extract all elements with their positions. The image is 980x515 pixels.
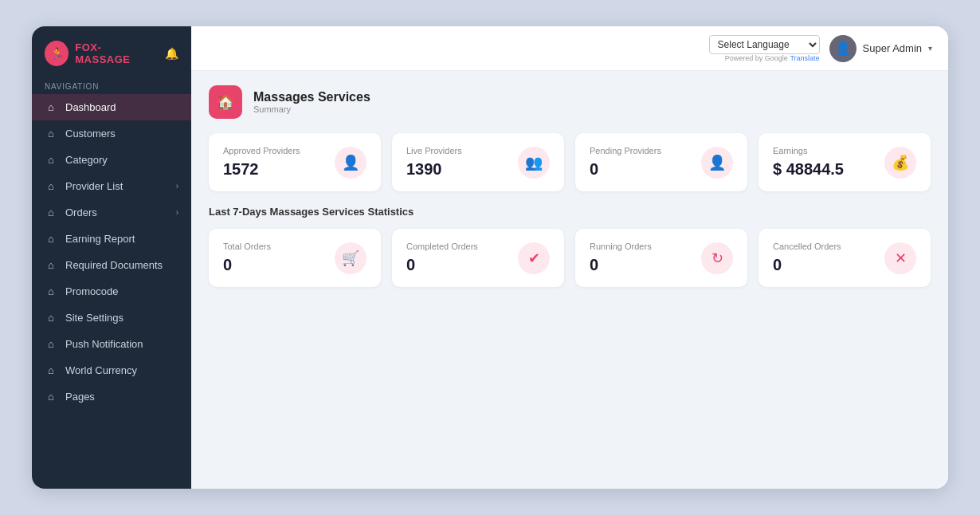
order-card-running-orders: Running Orders 0 ↻ [575, 229, 747, 287]
stat-card-live-providers: Live Providers 1390 👥 [392, 133, 564, 191]
stat-icon-approved-providers: 👤 [335, 147, 367, 179]
order-stats-grid: Total Orders 0 🛒 Completed Orders 0 ✔ Ru… [209, 229, 931, 287]
sidebar-logo: 🏃 FOX-MASSAGE 🔔 [32, 26, 191, 77]
page-header-icon: 🏠 [209, 85, 242, 119]
sidebar-item-dashboard[interactable]: ⌂ Dashboard [32, 94, 191, 120]
order-icon-completed-orders: ✔ [518, 242, 550, 274]
sidebar-item-world-currency[interactable]: ⌂ World Currency [32, 357, 191, 383]
order-icon-running-orders: ↻ [701, 242, 733, 274]
order-label-cancelled-orders: Cancelled Orders [773, 242, 841, 251]
order-card-completed-orders: Completed Orders 0 ✔ [392, 229, 564, 287]
sidebar-item-site-settings[interactable]: ⌂ Site Settings [32, 305, 191, 331]
page-subtitle: Summary [253, 104, 370, 114]
nav-icon-provider-list: ⌂ [45, 180, 57, 192]
nav-label-earning-report: Earning Report [65, 233, 135, 245]
nav-icon-category: ⌂ [45, 154, 57, 166]
nav-icon-required-documents: ⌂ [45, 259, 57, 271]
language-wrap: Select Language English Spanish French P… [709, 35, 820, 62]
stat-card-pending-providers: Pending Providers 0 👤 [575, 133, 747, 191]
translate-link: Translate [790, 54, 819, 62]
nav-icon-orders: ⌂ [45, 206, 57, 218]
order-value-total-orders: 0 [223, 256, 271, 274]
nav-label-orders: Orders [65, 206, 97, 218]
stat-label-earnings: Earnings [773, 146, 844, 155]
stat-value-earnings: $ 48844.5 [773, 160, 844, 179]
order-label-running-orders: Running Orders [590, 242, 652, 251]
nav-icon-world-currency: ⌂ [45, 364, 57, 376]
sidebar-item-provider-list[interactable]: ⌂ Provider List › [32, 173, 191, 199]
nav-label-dashboard: Dashboard [65, 101, 116, 113]
nav-label-push-notification: Push Notification [65, 338, 143, 350]
admin-name: Super Admin [863, 42, 922, 54]
main-area: Select Language English Spanish French P… [191, 26, 948, 489]
stat-value-approved-providers: 1572 [223, 160, 300, 179]
stat-icon-pending-providers: 👤 [701, 147, 733, 179]
nav-icon-earning-report: ⌂ [45, 233, 57, 245]
page-header: 🏠 Massages Services Summary [209, 85, 931, 119]
order-icon-total-orders: 🛒 [335, 242, 367, 274]
section-title: Last 7-Days Massages Services Statistics [209, 206, 931, 218]
order-value-cancelled-orders: 0 [773, 256, 841, 274]
order-card-left-total-orders: Total Orders 0 [223, 242, 271, 274]
chevron-down-icon: ▾ [928, 44, 932, 53]
nav-label-category: Category [65, 154, 108, 166]
stat-label-approved-providers: Approved Providers [223, 146, 300, 155]
nav-label-provider-list: Provider List [65, 180, 123, 192]
stat-card-left-live-providers: Live Providers 1390 [406, 146, 462, 179]
nav-label-promocode: Promocode [65, 285, 118, 297]
logo-text: FOX-MASSAGE [75, 41, 152, 65]
admin-avatar: 👤 [829, 35, 857, 62]
order-label-total-orders: Total Orders [223, 242, 271, 251]
stat-value-live-providers: 1390 [406, 160, 462, 179]
stat-label-live-providers: Live Providers [406, 146, 462, 155]
nav-arrow-provider-list: › [176, 182, 178, 191]
app-container: 🏃 FOX-MASSAGE 🔔 Navigation ⌂ Dashboard ⌂… [32, 26, 948, 489]
order-card-left-completed-orders: Completed Orders 0 [406, 242, 478, 274]
nav-label: Navigation [32, 77, 191, 94]
nav-icon-promocode: ⌂ [45, 285, 57, 297]
nav-icon-customers: ⌂ [45, 128, 57, 140]
page-title: Massages Services [253, 90, 370, 104]
stat-icon-earnings: 💰 [884, 147, 916, 179]
sidebar-item-pages[interactable]: ⌂ Pages [32, 383, 191, 410]
sidebar-item-earning-report[interactable]: ⌂ Earning Report [32, 226, 191, 252]
nav-label-required-documents: Required Documents [65, 259, 163, 271]
nav-label-site-settings: Site Settings [65, 312, 123, 324]
provider-stats-grid: Approved Providers 1572 👤 Live Providers… [209, 133, 931, 191]
order-card-left-cancelled-orders: Cancelled Orders 0 [773, 242, 841, 274]
nav-items: ⌂ Dashboard ⌂ Customers ⌂ Category ⌂ Pro… [32, 94, 191, 410]
sidebar: 🏃 FOX-MASSAGE 🔔 Navigation ⌂ Dashboard ⌂… [32, 26, 191, 489]
sidebar-item-category[interactable]: ⌂ Category [32, 147, 191, 173]
stat-label-pending-providers: Pending Providers [590, 146, 661, 155]
order-value-running-orders: 0 [590, 256, 652, 274]
order-card-total-orders: Total Orders 0 🛒 [209, 229, 381, 287]
nav-arrow-orders: › [176, 208, 178, 217]
nav-icon-pages: ⌂ [45, 391, 57, 403]
stat-card-earnings: Earnings $ 48844.5 💰 [759, 133, 931, 191]
order-value-completed-orders: 0 [406, 256, 478, 274]
page-header-text: Massages Services Summary [253, 90, 370, 114]
nav-label-pages: Pages [65, 391, 95, 403]
bell-icon[interactable]: 🔔 [165, 47, 178, 60]
sidebar-item-required-documents[interactable]: ⌂ Required Documents [32, 252, 191, 278]
stat-icon-live-providers: 👥 [518, 147, 550, 179]
order-card-left-running-orders: Running Orders 0 [590, 242, 652, 274]
topbar: Select Language English Spanish French P… [191, 26, 948, 71]
sidebar-item-customers[interactable]: ⌂ Customers [32, 120, 191, 147]
language-select[interactable]: Select Language English Spanish French [709, 35, 820, 54]
powered-by: Powered by Google Translate [725, 54, 820, 62]
stat-card-left-pending-providers: Pending Providers 0 [590, 146, 661, 179]
nav-label-customers: Customers [65, 128, 116, 140]
sidebar-item-push-notification[interactable]: ⌂ Push Notification [32, 331, 191, 357]
nav-icon-push-notification: ⌂ [45, 338, 57, 350]
order-icon-cancelled-orders: ✕ [884, 242, 916, 274]
nav-label-world-currency: World Currency [65, 364, 137, 376]
logo-icon: 🏃 [45, 41, 69, 66]
stat-value-pending-providers: 0 [590, 160, 661, 179]
admin-menu[interactable]: 👤 Super Admin ▾ [829, 35, 932, 62]
nav-icon-dashboard: ⌂ [45, 101, 57, 113]
sidebar-item-promocode[interactable]: ⌂ Promocode [32, 278, 191, 305]
stat-card-left-earnings: Earnings $ 48844.5 [773, 146, 844, 179]
order-card-cancelled-orders: Cancelled Orders 0 ✕ [759, 229, 931, 287]
sidebar-item-orders[interactable]: ⌂ Orders › [32, 199, 191, 226]
